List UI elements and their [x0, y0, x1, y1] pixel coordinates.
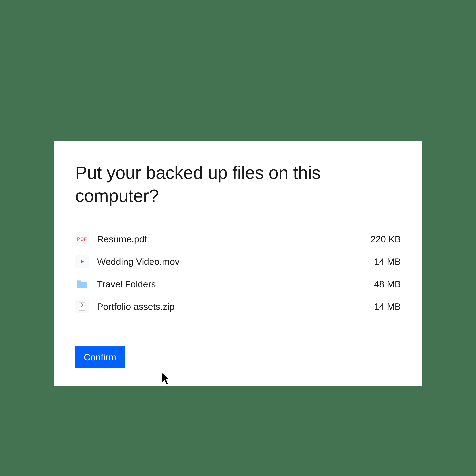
- svg-rect-4: [82, 305, 83, 306]
- file-list: PDF Resume.pdf 220 KB Wedding Video.mov …: [75, 232, 401, 313]
- svg-rect-3: [81, 305, 82, 305]
- svg-rect-1: [81, 303, 82, 304]
- file-row[interactable]: Wedding Video.mov 14 MB: [75, 255, 401, 268]
- file-row[interactable]: Portfolio assets.zip 14 MB: [75, 300, 401, 313]
- file-row[interactable]: PDF Resume.pdf 220 KB: [75, 232, 401, 246]
- file-name: Portfolio assets.zip: [97, 301, 366, 312]
- video-icon: [75, 255, 89, 268]
- file-row[interactable]: Travel Folders 48 MB: [75, 277, 401, 291]
- file-name: Travel Folders: [97, 279, 366, 289]
- zip-icon: [75, 300, 89, 313]
- file-size: 48 MB: [374, 279, 401, 289]
- dialog-title: Put your backed up files on this compute…: [75, 161, 401, 208]
- folder-icon: [75, 277, 89, 291]
- confirm-button[interactable]: Confirm: [75, 346, 125, 368]
- svg-rect-5: [81, 306, 82, 306]
- file-size: 14 MB: [374, 256, 401, 267]
- restore-files-dialog: Put your backed up files on this compute…: [54, 141, 422, 386]
- svg-rect-2: [82, 304, 83, 305]
- pdf-icon: PDF: [75, 232, 89, 246]
- file-size: 220 KB: [370, 234, 401, 244]
- file-name: Resume.pdf: [97, 234, 362, 244]
- file-name: Wedding Video.mov: [97, 256, 366, 267]
- file-size: 14 MB: [374, 301, 401, 312]
